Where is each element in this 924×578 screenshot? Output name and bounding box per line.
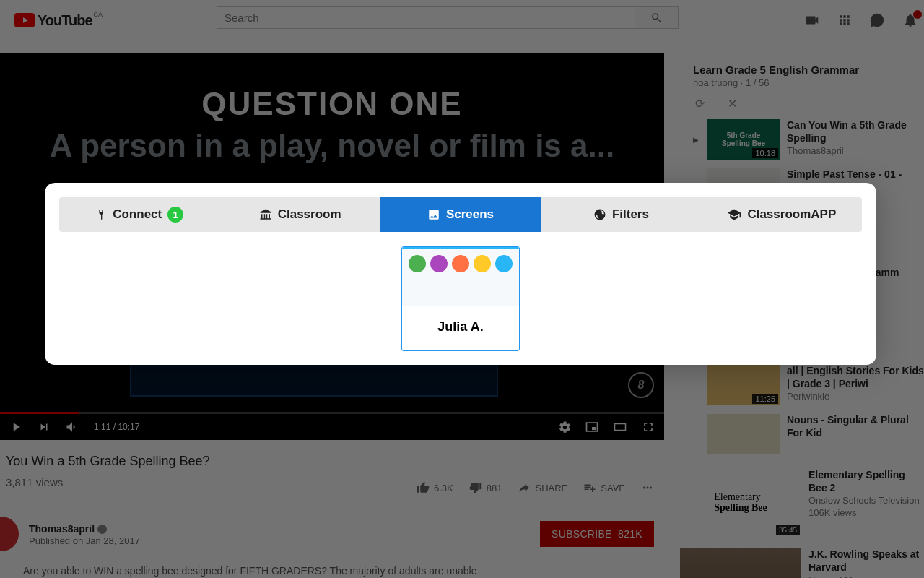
tab-connect[interactable]: Connect 1: [59, 197, 219, 232]
classroom-modal: Connect 1 Classroom Screens Filters Clas…: [45, 183, 876, 365]
graduation-cap-icon: [727, 207, 741, 222]
connect-count-badge: 1: [167, 207, 183, 223]
student-screen-thumbnail: [402, 247, 519, 306]
tab-classroom[interactable]: Classroom: [219, 197, 380, 232]
student-name: Julia A.: [402, 306, 519, 350]
building-icon: [259, 208, 272, 221]
student-screen-card[interactable]: Julia A.: [401, 246, 520, 351]
tab-filters[interactable]: Filters: [541, 197, 701, 232]
tab-classroom-app[interactable]: ClassroomAPP: [702, 197, 862, 232]
globe-icon: [593, 208, 606, 221]
plug-icon: [95, 209, 107, 220]
tab-screens[interactable]: Screens: [380, 197, 541, 232]
image-icon: [427, 208, 440, 221]
modal-tabs: Connect 1 Classroom Screens Filters Clas…: [59, 197, 862, 232]
